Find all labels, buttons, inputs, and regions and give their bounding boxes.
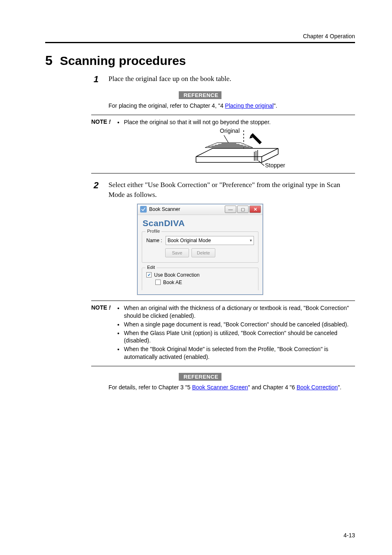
note-1-item-1: Place the original so that it will not g… (124, 118, 286, 126)
bs-app-icon (140, 206, 147, 213)
bs-titlebar: Book Scanner — ▢ ✕ (138, 204, 263, 215)
ref1-post: ". (274, 102, 277, 109)
note-word: NOTE (91, 118, 107, 125)
reference-badge: REFERENCE (179, 91, 222, 99)
name-label: Name : (146, 238, 162, 243)
minimize-button[interactable]: — (225, 206, 236, 213)
ref2-pre: For details, refer to Chapter 3 "5 (108, 384, 192, 391)
ref2-link1[interactable]: Book Scanner Screen (192, 384, 248, 391)
book-ae-checkbox[interactable] (155, 280, 161, 285)
delete-button[interactable]: Delete (191, 248, 215, 257)
step-2-number: 2 (90, 180, 99, 200)
use-book-correction-label: Use Book Correction (154, 272, 200, 278)
edit-group: Edit ✔ Use Book Correction Book AE (142, 268, 258, 290)
svg-line-0 (224, 135, 229, 143)
step-2-text: Select either "Use Book Correction" or "… (108, 180, 355, 200)
step-1-text: Place the original face up on the book t… (108, 74, 355, 85)
note2-word: NOTE (91, 304, 107, 311)
ref1-pre: For placing the original, refer to Chapt… (108, 102, 225, 109)
book-ae-label: Book AE (163, 280, 182, 285)
note-2-content: When an original with the thickness of a… (116, 304, 355, 362)
edit-legend: Edit (145, 265, 157, 270)
bs-title-text: Book Scanner (149, 206, 222, 212)
note-2: NOTE ! When an original with the thickne… (91, 301, 355, 366)
save-button[interactable]: Save (165, 248, 189, 257)
note-1-label: NOTE ! (91, 118, 111, 169)
ref1-link[interactable]: Placing the original (225, 102, 274, 109)
section-title: 5 Scanning procedures (45, 53, 355, 68)
stopper-diagram: Original (180, 128, 286, 169)
maximize-button[interactable]: ▢ (237, 206, 249, 213)
use-book-correction-checkbox[interactable]: ✔ (146, 272, 152, 278)
note-1-content: Place the original so that it will not g… (116, 118, 286, 169)
note-2-item-3: When the Glass Plate Unit (option) is ut… (124, 329, 355, 345)
svg-marker-2 (251, 133, 262, 144)
page-number: 4-13 (344, 532, 355, 539)
bs-brand: ScanDIVA (142, 217, 258, 230)
note-exclaim: ! (109, 118, 111, 125)
ref2-link2[interactable]: Book Correction (297, 384, 338, 391)
pencil-icon (249, 133, 262, 144)
note-1: NOTE ! Place the original so that it wil… (91, 115, 355, 173)
step-2: 2 Select either "Use Book Correction" or… (90, 180, 355, 200)
chapter-header: Chapter 4 Operation (45, 33, 355, 43)
reference-badge-2: REFERENCE (179, 373, 222, 381)
profile-group: Profile Name : Book Original Mode ▾ Save… (142, 231, 258, 263)
diagram-stopper-label: Stopper (265, 162, 285, 169)
step-1: 1 Place the original face up on the book… (90, 74, 355, 85)
ref2-post: ". (338, 384, 341, 391)
close-button[interactable]: ✕ (249, 206, 261, 213)
section-number: 5 (45, 53, 53, 68)
note-2-item-1: When an original with the thickness of a… (124, 304, 355, 320)
reference-2-text: For details, refer to Chapter 3 "5 Book … (108, 384, 355, 391)
note-2-item-2: When a single page document is read, "Bo… (124, 321, 355, 328)
svg-marker-4 (196, 148, 278, 157)
note2-exclaim: ! (109, 304, 111, 311)
profile-legend: Profile (145, 229, 161, 234)
ref2-mid: " and Chapter 4 "6 (248, 384, 297, 391)
book-scanner-window: Book Scanner — ▢ ✕ ScanDIVA Profile Name… (137, 204, 263, 295)
diagram-original-label: Original (220, 128, 240, 134)
profile-combo-value: Book Original Mode (168, 238, 211, 243)
note-2-label: NOTE ! (91, 304, 111, 362)
chevron-down-icon: ▾ (250, 238, 252, 243)
note-2-item-4: When the "Book Original Mode" is selecte… (124, 345, 355, 361)
section-text: Scanning procedures (60, 54, 186, 68)
profile-name-combo[interactable]: Book Original Mode ▾ (166, 236, 254, 245)
reference-1-text: For placing the original, refer to Chapt… (108, 102, 355, 109)
step-1-number: 1 (90, 74, 99, 85)
